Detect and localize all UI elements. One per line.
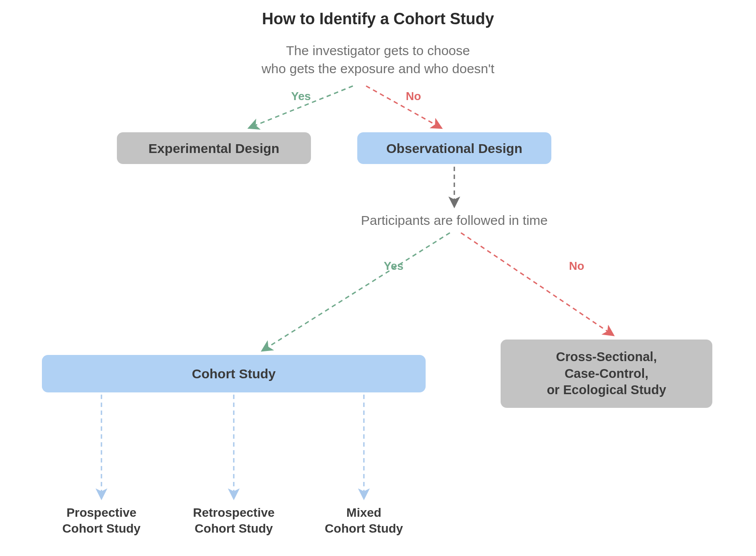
diagram-canvas: How to Identify a Cohort Study The inves… xyxy=(0,0,756,556)
diagram-title: How to Identify a Cohort Study xyxy=(0,10,756,28)
leaf2-line2: Cohort Study xyxy=(195,522,273,535)
node-cohort-study: Cohort Study xyxy=(42,355,426,392)
node-mixed: Mixed Cohort Study xyxy=(309,505,419,537)
question-followed-in-time: Participants are followed in time xyxy=(322,212,587,230)
leaf2-line1: Retrospective xyxy=(193,506,274,519)
node-cross-sectional: Cross-Sectional, Case-Control, or Ecolog… xyxy=(501,340,712,408)
arrows-overlay xyxy=(0,0,756,556)
experimental-label: Experimental Design xyxy=(149,140,280,157)
cross-line2: Case-Control, xyxy=(565,366,648,381)
cross-line3: or Ecological Study xyxy=(547,383,666,397)
q1-line2: who gets the exposure and who doesn't xyxy=(262,61,494,76)
leaf3-line1: Mixed xyxy=(346,506,381,519)
leaf3-line2: Cohort Study xyxy=(325,522,403,535)
q1-yes-label: Yes xyxy=(291,90,311,103)
q2-no-label: No xyxy=(569,259,584,273)
cohort-label: Cohort Study xyxy=(192,365,276,382)
q1-line1: The investigator gets to choose xyxy=(286,43,470,58)
arrow-q2-no xyxy=(461,233,613,335)
node-experimental-design: Experimental Design xyxy=(117,132,311,164)
question-investigator: The investigator gets to choose who gets… xyxy=(0,42,756,78)
q1-no-label: No xyxy=(406,90,421,103)
leaf1-line2: Cohort Study xyxy=(62,522,140,535)
arrow-q2-yes xyxy=(262,233,450,351)
leaf1-line1: Prospective xyxy=(67,506,137,519)
arrow-q1-no xyxy=(366,86,441,128)
observational-label: Observational Design xyxy=(386,140,522,157)
cross-line1: Cross-Sectional, xyxy=(556,350,657,364)
q2-yes-label: Yes xyxy=(384,259,404,273)
node-observational-design: Observational Design xyxy=(357,132,551,164)
node-retrospective: Retrospective Cohort Study xyxy=(172,505,296,537)
node-prospective: Prospective Cohort Study xyxy=(46,505,157,537)
